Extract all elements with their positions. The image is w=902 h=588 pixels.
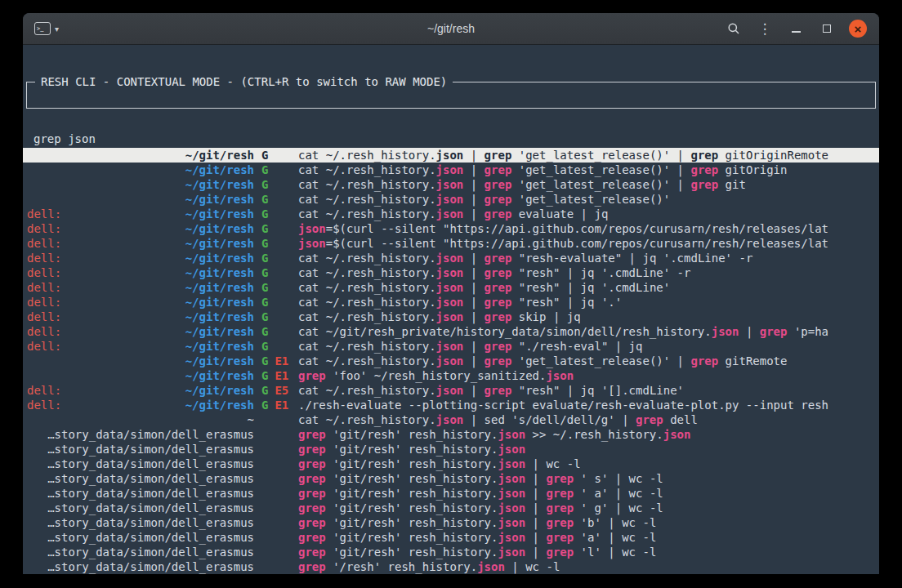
- query-match: json: [477, 560, 505, 573]
- history-row[interactable]: dell:~/git/reshGcat ~/.resh_history.json…: [23, 339, 879, 354]
- history-row[interactable]: …story_data/simon/dell_erasmusgrep 'git/…: [23, 515, 879, 530]
- error-flag: E1: [275, 354, 288, 368]
- history-row[interactable]: dell:~/git/reshGE1./resh-evaluate --plot…: [23, 398, 879, 412]
- history-row[interactable]: dell:~/git/reshGcat ~/.resh_history.json…: [23, 265, 879, 280]
- query-match: grep: [484, 354, 512, 368]
- query-match: json: [498, 546, 525, 559]
- history-row[interactable]: dell:~/git/reshGcat ~/.resh_history.json…: [23, 280, 879, 295]
- history-row[interactable]: dell:~/git/reshGcat ~/git/resh_private/h…: [23, 324, 879, 339]
- row-context: dell:~/git/resh: [27, 398, 254, 412]
- history-row[interactable]: …story_data/simon/dell_erasmusgrep 'git/…: [23, 457, 879, 471]
- row-flags: [254, 486, 298, 501]
- command-text: grep 'foo' ~/resh_history_sanitized.json: [298, 368, 876, 383]
- row-flags: G: [254, 221, 298, 236]
- history-row[interactable]: …story_data/simon/dell_erasmusgrep 'git/…: [23, 530, 879, 545]
- directory-label: ~: [248, 412, 254, 427]
- directory-label: ~/git/resh: [185, 265, 254, 280]
- command-text: ./resh-evaluate --plotting-script evalua…: [298, 398, 876, 412]
- query-match: json: [436, 207, 464, 220]
- menu-button[interactable]: ⋮: [753, 17, 776, 40]
- titlebar[interactable]: >_ ▾ ~/git/resh ⋮ ×: [23, 13, 879, 45]
- search-query-input[interactable]: grep json: [27, 127, 875, 146]
- row-context: dell:~/git/resh: [27, 295, 254, 310]
- query-match: grep: [546, 501, 574, 514]
- query-match: json: [498, 501, 525, 514]
- query-match: grep: [636, 413, 663, 426]
- git-flag: G: [261, 369, 268, 382]
- host-label: dell:: [27, 280, 61, 295]
- command-text: grep 'git/resh' resh_history.json >> ~/.…: [298, 427, 876, 442]
- row-flags: [254, 442, 298, 457]
- history-row[interactable]: dell:~/git/reshGE5cat ~/.resh_history.js…: [23, 383, 879, 398]
- row-context: …story_data/simon/dell_erasmus: [27, 442, 254, 457]
- query-match: grep: [484, 266, 512, 279]
- history-row[interactable]: dell:~/git/reshGcat ~/.resh_history.json…: [23, 295, 879, 310]
- query-match: grep: [484, 296, 512, 309]
- host-label: dell:: [27, 221, 61, 236]
- query-match: grep: [546, 516, 574, 529]
- minimize-button[interactable]: [784, 17, 807, 40]
- row-context: ~: [27, 412, 254, 427]
- command-text: cat ~/.resh_history.json | grep skip | j…: [298, 310, 876, 324]
- query-match: grep: [484, 252, 512, 265]
- directory-label: ~/git/resh: [185, 221, 254, 236]
- git-flag: G: [261, 281, 268, 294]
- row-flags: G: [254, 251, 298, 265]
- history-row[interactable]: …story_data/simon/dell_erasmusgrep 'git/…: [23, 471, 879, 486]
- history-row[interactable]: …story_data/simon/dell_erasmusgrep 'git/…: [23, 545, 879, 559]
- git-flag: G: [261, 340, 268, 353]
- history-row[interactable]: dell:~/git/reshGjson=$(curl --silent "ht…: [23, 221, 879, 236]
- query-match: grep: [546, 487, 574, 500]
- command-text: cat ~/.resh_history.json | grep 'get_lat…: [298, 354, 876, 368]
- row-flags: G: [254, 207, 298, 221]
- host-label: dell:: [27, 339, 61, 354]
- row-context: …story_data/simon/dell_erasmus: [27, 501, 254, 515]
- history-row[interactable]: ~/git/reshGE1cat ~/.resh_history.json | …: [23, 354, 879, 368]
- history-row[interactable]: dell:~/git/reshGcat ~/.resh_history.json…: [23, 310, 879, 324]
- query-match: grep: [298, 516, 326, 529]
- directory-label: ~/git/resh: [185, 177, 254, 192]
- restore-button[interactable]: [815, 17, 838, 40]
- query-match: grep: [298, 501, 326, 514]
- history-row[interactable]: …story_data/simon/dell_erasmusgrep 'git/…: [23, 427, 879, 442]
- command-text: cat ~/.resh_history.json | grep "resh" |…: [298, 383, 876, 398]
- row-context: …story_data/simon/dell_erasmus: [27, 545, 254, 559]
- history-row[interactable]: …story_data/simon/dell_erasmusgrep '/res…: [23, 559, 879, 574]
- row-flags: G: [254, 265, 298, 280]
- search-button[interactable]: [722, 17, 745, 40]
- error-flag: E5: [275, 384, 288, 397]
- history-row[interactable]: dell:~/git/reshGjson=$(curl --silent "ht…: [23, 236, 879, 251]
- directory-label: …story_data/simon/dell_erasmus: [47, 515, 254, 530]
- row-flags: [254, 530, 298, 545]
- host-label: dell:: [27, 324, 61, 339]
- command-text: grep 'git/resh' resh_history.json | grep…: [298, 471, 876, 486]
- history-row[interactable]: ~/git/reshGcat ~/.resh_history.json | gr…: [23, 177, 879, 192]
- history-row[interactable]: ~/git/reshGE1grep 'foo' ~/resh_history_s…: [23, 368, 879, 383]
- query-match: json: [436, 193, 464, 206]
- query-match: grep: [484, 340, 512, 353]
- history-row[interactable]: …story_data/simon/dell_erasmusgrep 'git/…: [23, 486, 879, 501]
- query-match: json: [436, 413, 464, 426]
- history-row[interactable]: …story_data/simon/dell_erasmusgrep 'git/…: [23, 501, 879, 515]
- close-button[interactable]: ×: [846, 17, 869, 40]
- directory-label: ~/git/resh: [185, 251, 254, 265]
- query-match: grep: [690, 178, 718, 191]
- history-row[interactable]: ~cat ~/.resh_history.json | sed 's/dell/…: [23, 412, 879, 427]
- query-match: grep: [298, 443, 326, 456]
- history-row[interactable]: …story_data/simon/dell_erasmusgrep 'git/…: [23, 442, 879, 457]
- query-match: json: [436, 310, 464, 323]
- directory-label: ~/git/resh: [185, 280, 254, 295]
- row-flags: [254, 501, 298, 515]
- row-context: …story_data/simon/dell_erasmus: [27, 559, 254, 574]
- history-row[interactable]: ~/git/reshGcat ~/.resh_history.json | gr…: [23, 192, 879, 207]
- directory-label: ~/git/resh: [185, 324, 254, 339]
- row-flags: G: [254, 324, 298, 339]
- row-flags: [254, 515, 298, 530]
- row-context: dell:~/git/resh: [27, 310, 254, 324]
- history-row[interactable]: dell:~/git/reshGcat ~/.resh_history.json…: [23, 207, 879, 221]
- row-flags: G: [254, 280, 298, 295]
- query-match: json: [436, 296, 464, 309]
- query-match: grep: [484, 178, 512, 191]
- history-row[interactable]: dell:~/git/reshGcat ~/.resh_history.json…: [23, 251, 879, 265]
- row-flags: G: [254, 339, 298, 354]
